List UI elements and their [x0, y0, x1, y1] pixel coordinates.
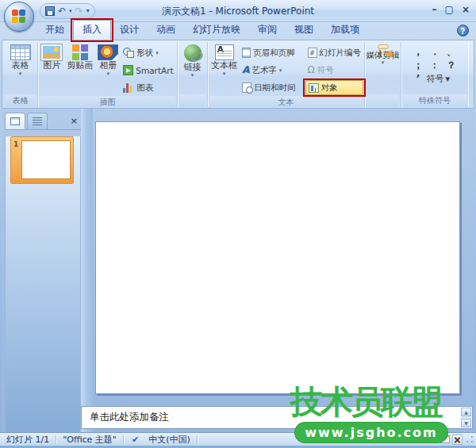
- date-time-icon: [242, 82, 251, 93]
- picture-button[interactable]: 图片: [39, 42, 64, 71]
- ribbon-tab-row: 开始 插入 设计 动画 幻灯片放映 审阅 视图 加载项 ?: [0, 22, 476, 40]
- symbol-dunhao[interactable]: 、: [443, 45, 460, 59]
- symbol-grid: ， ． 、 ； ： ？ ’ 符号 ▾: [410, 42, 460, 86]
- date-time-button[interactable]: 日期和时间: [240, 80, 305, 95]
- wordart-button[interactable]: A 艺术字 ▾: [240, 63, 305, 78]
- symbol-quote[interactable]: ’: [410, 72, 427, 86]
- slide-thumbnail-1[interactable]: 1: [10, 136, 74, 184]
- textbox-icon: A: [215, 44, 234, 60]
- tab-insert[interactable]: 插入: [73, 20, 111, 40]
- group-media: 媒体剪辑 ▾: [365, 42, 401, 107]
- slide-thumbnail-preview: [21, 140, 71, 179]
- tab-review[interactable]: 审阅: [249, 21, 286, 40]
- group-table: 表格 ▾ 表格: [3, 42, 38, 107]
- theme-name[interactable]: "Office 主题": [56, 434, 123, 446]
- group-special-symbols: ， ． 、 ； ： ？ ’ 符号 ▾ 特殊符号: [401, 42, 468, 107]
- resize-grip[interactable]: [465, 435, 474, 444]
- pane-tabs: ×: [5, 111, 81, 130]
- tab-animations[interactable]: 动画: [148, 21, 184, 40]
- tab-view[interactable]: 视图: [286, 21, 322, 40]
- chevron-down-icon: ▾: [155, 50, 159, 56]
- tab-outline[interactable]: [27, 113, 48, 129]
- object-icon: [309, 83, 319, 93]
- notes-placeholder: 单击此处添加备注: [90, 411, 169, 424]
- photo-album-icon: [98, 44, 118, 60]
- tab-home[interactable]: 开始: [36, 21, 73, 40]
- maximize-button[interactable]: ▢: [445, 4, 454, 15]
- slide-number-icon: #: [308, 48, 317, 58]
- fit-slide-to-window-icon[interactable]: [452, 435, 463, 445]
- symbol-button[interactable]: Ω 符号: [305, 63, 364, 78]
- group-caption-media: [367, 94, 399, 107]
- title-bar: ↶ ▾ ↷ ▾ 演示文稿1 - Microsoft PowerPoint – ▢…: [0, 0, 476, 22]
- group-caption-illustrations: 插图: [40, 96, 175, 107]
- pane-close-icon[interactable]: ×: [71, 116, 81, 126]
- watermark-title: 技术员联盟: [290, 382, 465, 422]
- picture-icon: [41, 44, 62, 60]
- tab-addins[interactable]: 加载项: [322, 21, 368, 40]
- tab-slides-thumbnails[interactable]: [5, 113, 25, 129]
- clipart-icon: [72, 44, 88, 60]
- table-icon: [10, 44, 31, 60]
- symbol-period[interactable]: ．: [427, 45, 443, 59]
- chevron-down-icon: ▾: [191, 73, 194, 78]
- shapes-icon: [123, 48, 134, 58]
- office-button[interactable]: [4, 2, 34, 32]
- slide-thumbnail-icon: [10, 117, 20, 125]
- chevron-down-icon: ▾: [19, 71, 22, 77]
- office-logo-icon: [12, 10, 26, 24]
- group-illustrations: 图片 剪贴画 相册 ▾ 形状 ▾ SmartArt: [38, 42, 178, 107]
- shapes-button[interactable]: 形状 ▾: [121, 45, 175, 60]
- spellcheck-icon[interactable]: ✔: [124, 435, 142, 445]
- omega-icon: Ω: [308, 65, 315, 75]
- symbol-semicolon[interactable]: ；: [410, 59, 427, 72]
- symbol-comma[interactable]: ，: [410, 45, 427, 59]
- slide-editing-canvas[interactable]: [95, 121, 460, 394]
- header-footer-icon: [242, 48, 251, 58]
- chart-button[interactable]: 图表: [121, 80, 175, 95]
- smartart-icon: [123, 65, 133, 75]
- window-title: 演示文稿1 - Microsoft PowerPoint: [0, 5, 476, 18]
- help-icon[interactable]: ?: [457, 25, 469, 36]
- symbol-more-button[interactable]: 符号 ▾: [427, 72, 460, 86]
- group-caption-text: 文本: [209, 96, 363, 107]
- wordart-icon: A: [242, 65, 249, 75]
- thumbnail-list: 1: [5, 136, 81, 435]
- group-caption-special-symbols: 特殊符号: [403, 94, 466, 107]
- minimize-button[interactable]: –: [432, 4, 437, 15]
- chevron-down-icon: ▾: [279, 67, 282, 74]
- header-footer-button[interactable]: 页眉和页脚: [240, 45, 305, 60]
- symbol-question[interactable]: ？: [443, 59, 460, 72]
- clipart-button[interactable]: 剪贴画: [64, 42, 95, 71]
- window-controls: – ▢ ×: [432, 4, 470, 15]
- group-text: A 文本框 ▾ 页眉和页脚 A 艺术字 ▾ 日期和时间: [208, 42, 365, 107]
- photo-album-button[interactable]: 相册 ▾: [95, 42, 121, 78]
- watermark-url: www.jsgho.com: [295, 423, 447, 442]
- group-caption-links: [179, 94, 205, 107]
- chart-icon: [123, 82, 134, 93]
- smartart-button[interactable]: SmartArt: [121, 63, 175, 78]
- chevron-down-icon: ▾: [223, 71, 226, 77]
- language-indicator[interactable]: 中文(中国): [142, 434, 197, 446]
- slide-number-button[interactable]: # 幻灯片编号: [305, 45, 364, 60]
- media-clips-button[interactable]: 媒体剪辑 ▾: [364, 42, 402, 67]
- pane-splitter[interactable]: [81, 109, 93, 432]
- link-button[interactable]: 链接 ▾: [182, 42, 204, 79]
- tab-design[interactable]: 设计: [111, 21, 148, 40]
- group-caption-table: 表格: [5, 94, 36, 107]
- tab-slideshow[interactable]: 幻灯片放映: [184, 21, 249, 40]
- slide-counter: 幻灯片 1/1: [0, 434, 56, 446]
- symbol-colon[interactable]: ：: [427, 59, 443, 72]
- object-button[interactable]: 对象: [305, 80, 364, 95]
- textbox-button[interactable]: A 文本框 ▾: [209, 42, 240, 78]
- chevron-down-icon: ▾: [382, 60, 385, 66]
- table-button[interactable]: 表格 ▾: [8, 42, 33, 78]
- group-links: 链接 ▾: [178, 42, 208, 107]
- slide-number-label: 1: [13, 140, 21, 179]
- hyperlink-icon: [184, 44, 202, 62]
- slides-outline-pane: × 1: [5, 111, 81, 429]
- close-button[interactable]: ×: [462, 4, 470, 15]
- outline-icon: [33, 117, 42, 125]
- chevron-down-icon: ▾: [446, 74, 451, 84]
- chevron-down-icon: ▾: [107, 71, 110, 77]
